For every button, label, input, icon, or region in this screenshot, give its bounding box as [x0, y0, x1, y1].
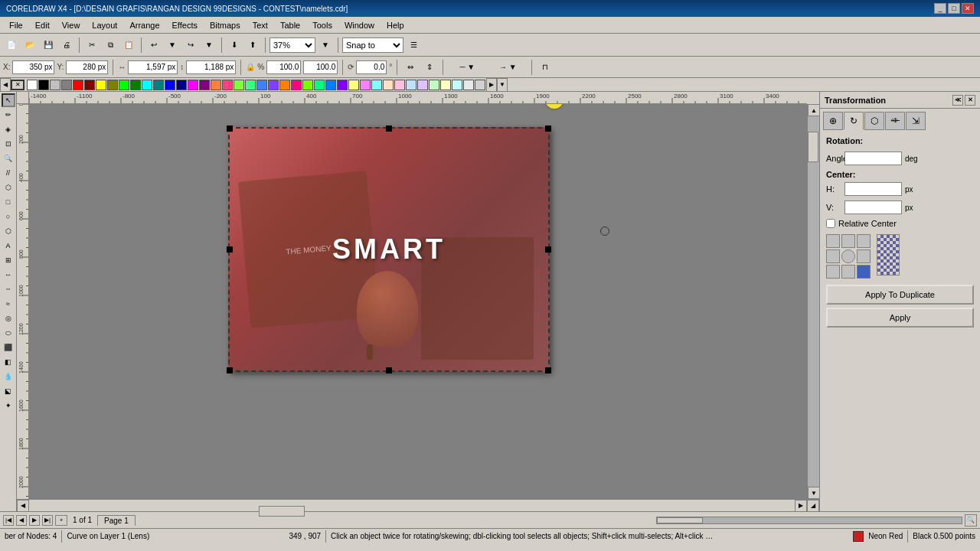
page-next-btn[interactable]: ▶ — [29, 515, 40, 526]
line-style-btn[interactable]: ─ ▼ — [448, 59, 486, 76]
close-btn[interactable]: ✕ — [962, 3, 974, 14]
select-tool[interactable]: ↖ — [2, 93, 15, 107]
polygon-tool[interactable]: ⬡ — [2, 224, 15, 238]
menu-edit[interactable]: Edit — [29, 19, 56, 31]
color-swatch-37[interactable] — [452, 80, 462, 90]
color-swatch-28[interactable] — [348, 80, 359, 90]
pos-btn-tr[interactable] — [857, 234, 871, 248]
color-swatch-4[interactable] — [73, 80, 83, 90]
menu-help[interactable]: Help — [381, 19, 410, 31]
redo-arrow[interactable]: ▼ — [201, 37, 217, 54]
color-swatch-25[interactable] — [314, 80, 325, 90]
undo-btn[interactable]: ↩ — [145, 37, 162, 54]
scale-x-input[interactable] — [266, 60, 301, 74]
apply-button[interactable]: Apply — [826, 308, 974, 328]
color-swatch-9[interactable] — [130, 80, 141, 90]
pos-btn-mm[interactable] — [841, 249, 855, 263]
color-swatch-3[interactable] — [61, 80, 72, 90]
scale-y-input[interactable] — [303, 60, 338, 74]
menu-layout[interactable]: Layout — [86, 19, 123, 31]
menu-table[interactable]: Table — [274, 19, 306, 31]
minimize-btn[interactable]: _ — [934, 3, 946, 14]
color-swatch-30[interactable] — [371, 80, 382, 90]
color-swatch-2[interactable] — [50, 80, 60, 90]
scroll-left-btn[interactable]: ◀ — [17, 500, 29, 512]
zoom-select[interactable]: 37% — [270, 37, 315, 53]
color-swatch-14[interactable] — [188, 80, 198, 90]
y-input[interactable] — [66, 60, 108, 74]
menu-tools[interactable]: Tools — [306, 19, 338, 31]
pos-btn-ml[interactable] — [826, 249, 840, 263]
color-swatch-5[interactable] — [84, 80, 95, 90]
pos-btn-bm[interactable] — [841, 265, 855, 279]
scroll-track-v[interactable] — [808, 116, 819, 487]
palette-expand-btn[interactable]: ▼ — [497, 78, 508, 92]
contour-tool[interactable]: ◎ — [2, 311, 15, 325]
page-last-btn[interactable]: ▶| — [42, 515, 53, 526]
color-swatch-19[interactable] — [245, 80, 256, 90]
color-swatch-11[interactable] — [153, 80, 164, 90]
redo-btn[interactable]: ↪ — [182, 37, 199, 54]
fill-tool[interactable]: ⬕ — [2, 384, 15, 398]
palette-right-btn[interactable]: ▶ — [486, 78, 497, 92]
color-swatch-18[interactable] — [234, 80, 244, 90]
rotate-handle[interactable] — [545, 104, 564, 109]
page-tab-1[interactable]: Page 1 — [97, 515, 136, 526]
zoom-tool[interactable]: 🔍 — [2, 152, 15, 165]
blend-tool[interactable]: ≈ — [2, 297, 15, 311]
line-end-btn[interactable]: → ▼ — [488, 59, 527, 76]
mirror-h-btn[interactable]: ⇔ — [402, 59, 419, 76]
menu-window[interactable]: Window — [338, 19, 381, 31]
color-swatch-32[interactable] — [394, 80, 405, 90]
color-swatch-6[interactable] — [96, 80, 106, 90]
color-swatch-33[interactable] — [406, 80, 416, 90]
color-swatch-35[interactable] — [429, 80, 439, 90]
pos-btn-bl[interactable] — [826, 265, 840, 279]
color-swatch-29[interactable] — [360, 80, 371, 90]
menu-text[interactable]: Text — [247, 19, 274, 31]
smartdraw-tool[interactable]: ✦ — [2, 399, 15, 412]
vertical-scrollbar[interactable]: ▲ ▼ — [807, 104, 819, 499]
envelope-tool[interactable]: ⬭ — [2, 326, 15, 340]
page-first-btn[interactable]: |◀ — [3, 515, 14, 526]
maximize-btn[interactable]: □ — [948, 3, 960, 14]
smart-fill-tool[interactable]: ⬡ — [2, 181, 15, 194]
page-add-btn[interactable]: + — [55, 515, 67, 526]
fill-color-swatch[interactable] — [853, 531, 864, 542]
color-swatch-10[interactable] — [142, 80, 152, 90]
checkered-pattern-btn[interactable] — [877, 234, 900, 276]
text-tool[interactable]: A — [2, 239, 15, 253]
tab-scale[interactable]: ⬡ — [864, 112, 884, 130]
canvas-area[interactable]: THE MONEY SMART — [29, 104, 807, 499]
scroll-corner-btn[interactable]: ◢ — [807, 500, 819, 512]
color-swatch-13[interactable] — [176, 80, 187, 90]
color-swatch-8[interactable] — [119, 80, 129, 90]
undo-arrow[interactable]: ▼ — [164, 37, 181, 54]
page-scroll-track[interactable] — [656, 517, 962, 524]
import-btn[interactable]: ⬇ — [226, 37, 243, 54]
open-btn[interactable]: 📂 — [21, 37, 38, 54]
tab-position[interactable]: ⊕ — [823, 112, 843, 130]
shape-tool[interactable]: ◈ — [2, 122, 15, 136]
tab-rotation[interactable]: ↻ — [844, 112, 864, 130]
rect-tool[interactable]: □ — [2, 195, 15, 209]
freehand-tool[interactable]: ✏ — [2, 108, 15, 122]
tab-size[interactable]: ⇲ — [906, 112, 926, 130]
apply-to-duplicate-button[interactable]: Apply To Duplicate — [826, 285, 974, 305]
color-swatch-17[interactable] — [222, 80, 233, 90]
color-swatch-23[interactable] — [291, 80, 302, 90]
parallel-tool[interactable]: // — [2, 166, 15, 180]
color-swatch-36[interactable] — [440, 80, 451, 90]
color-swatch-12[interactable] — [165, 80, 175, 90]
color-swatch-38[interactable] — [463, 80, 474, 90]
crop-tool[interactable]: ⊡ — [2, 137, 15, 151]
color-swatch-31[interactable] — [383, 80, 394, 90]
color-swatch-26[interactable] — [325, 80, 336, 90]
color-swatch-22[interactable] — [279, 80, 290, 90]
ellipse-tool[interactable]: ○ — [2, 210, 15, 223]
tab-skew[interactable]: ⬲ — [885, 112, 905, 130]
color-swatch-16[interactable] — [211, 80, 221, 90]
snap-select[interactable]: Snap to — [342, 37, 403, 53]
corner-btn[interactable]: ⊓ — [537, 59, 554, 76]
mirror-v-btn[interactable]: ⇕ — [421, 59, 438, 76]
